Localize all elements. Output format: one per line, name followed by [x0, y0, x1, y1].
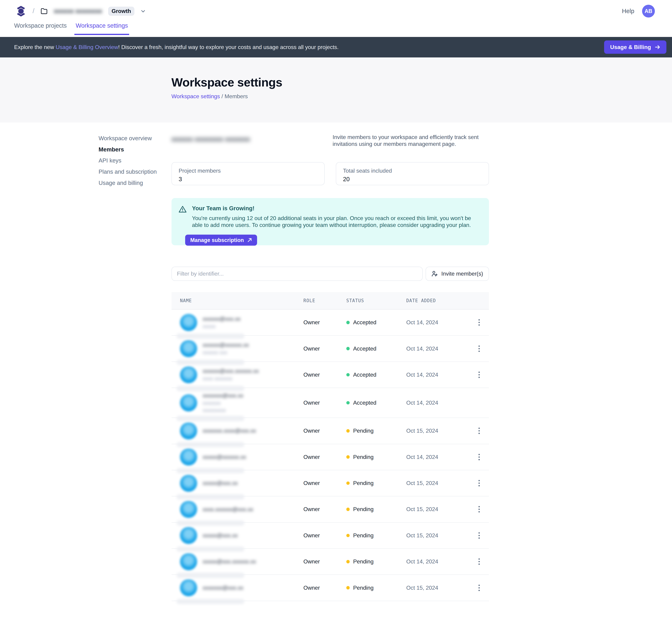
sidebar-item-usage-and-billing[interactable]: Usage and billing: [98, 180, 171, 186]
kebab-menu-icon[interactable]: [475, 425, 483, 437]
member-role: Owner: [304, 585, 346, 591]
status-label: Pending: [353, 532, 374, 539]
kebab-menu-icon[interactable]: [475, 582, 483, 593]
banner-prefix: Explore the new: [14, 44, 56, 50]
member-email-blurred: xxxxxxx@xxx.xx: [203, 585, 243, 591]
member-avatar: [180, 314, 197, 331]
member-role: Owner: [304, 558, 346, 565]
kebab-menu-icon[interactable]: [475, 369, 483, 380]
alert-title: Your Team is Growing!: [192, 205, 255, 212]
usage-billing-button[interactable]: Usage & Billing: [604, 41, 666, 54]
table-row: xxxxx@xxx.xxxxxx.xxOwnerPendingOct 14, 2…: [171, 549, 489, 575]
member-status: Accepted: [346, 372, 406, 378]
manage-subscription-label: Manage subscription: [190, 237, 244, 243]
tab-workspace-projects[interactable]: Workspace projects: [14, 22, 67, 35]
member-name-cell: xxxxx@xxx.xxxxxx.xx: [171, 549, 304, 575]
table-row: xxxx.xxxxxx@xxx.xxOwnerPendingOct 15, 20…: [171, 496, 489, 522]
kebab-menu-icon[interactable]: [475, 477, 483, 489]
kebab-menu-icon[interactable]: [475, 451, 483, 463]
member-date-added: Oct 15, 2024: [406, 532, 475, 539]
member-avatar: [180, 501, 197, 518]
brand-logo-icon[interactable]: [16, 6, 27, 17]
kebab-menu-icon[interactable]: [475, 317, 483, 328]
member-role: Owner: [304, 400, 346, 406]
member-avatar: [180, 553, 197, 570]
member-subname-blurred: xxxx xxxxxxx: [203, 376, 259, 381]
sidebar-item-plans-and-subscription[interactable]: Plans and subscription: [98, 169, 171, 174]
banner-link[interactable]: Usage & Billing Overview: [56, 44, 118, 50]
status-dot: [346, 347, 350, 350]
column-header-status: STATUS: [346, 298, 406, 303]
members-heading-blurred: xxxxxx xxxxxxxx xxxxxxx: [171, 136, 250, 143]
team-growing-alert: Your Team is Growing! You're currently u…: [171, 198, 489, 245]
table-row: xxxxxx@xxx.xxxxxxxOwnerAcceptedOct 14, 2…: [171, 309, 489, 336]
breadcrumb-current: Members: [224, 93, 248, 99]
members-table: NAME ROLE STATUS DATE ADDED xxxxxx@xxx.x…: [171, 292, 489, 601]
usage-billing-banner: Explore the new Usage & Billing Overview…: [0, 37, 672, 57]
member-email-blurred: xxxxx@xxx.xx: [203, 532, 238, 539]
member-name-cell: xxxxxx@xxxxxx.xxxxxxxx xxx: [171, 336, 304, 361]
member-status: Pending: [346, 454, 406, 460]
kebab-menu-icon[interactable]: [475, 343, 483, 354]
sidebar-item-workspace-overview[interactable]: Workspace overview: [98, 136, 171, 141]
table-row: xxxxxxx@xxx.xxxxxxxxxxxxxxxxxxOwnerAccep…: [171, 388, 489, 418]
members-toolbar: Invite member(s): [171, 267, 489, 281]
kebab-menu-icon[interactable]: [475, 504, 483, 515]
page-breadcrumb: Workspace settings / Members: [171, 93, 672, 100]
warning-icon: [178, 205, 187, 214]
member-avatar: [180, 579, 197, 596]
member-role: Owner: [304, 532, 346, 539]
status-dot: [346, 482, 350, 485]
kebab-menu-icon[interactable]: [475, 556, 483, 567]
member-subname-blurred: xxxxxxx: [203, 400, 243, 406]
banner-text: Explore the new Usage & Billing Overview…: [14, 44, 339, 50]
member-name-cell: xxxxx@xxxxxx.xx: [171, 444, 304, 470]
member-actions-cell: [475, 343, 489, 354]
member-avatar: [180, 448, 197, 466]
member-actions-cell: [475, 317, 489, 328]
tab-workspace-settings[interactable]: Workspace settings: [74, 22, 129, 35]
settings-sidebar: Workspace overviewMembersAPI keysPlans a…: [98, 134, 171, 601]
status-dot: [346, 534, 350, 537]
status-label: Accepted: [353, 346, 377, 352]
table-row: xxxxxxx@xxx.xxOwnerPendingOct 15, 2024: [171, 575, 489, 601]
member-role: Owner: [304, 319, 346, 326]
member-status: Accepted: [346, 346, 406, 352]
invite-members-button[interactable]: Invite member(s): [426, 267, 489, 281]
member-date-added: Oct 14, 2024: [406, 454, 475, 460]
member-actions-cell: [475, 582, 489, 593]
status-label: Accepted: [353, 372, 377, 378]
member-status: Pending: [346, 532, 406, 539]
kebab-menu-icon[interactable]: [475, 530, 483, 541]
sidebar-item-api-keys[interactable]: API keys: [98, 158, 171, 163]
column-header-date-added: DATE ADDED: [406, 298, 475, 303]
member-role: Owner: [304, 506, 346, 512]
member-email-blurred: xxxxx@xxx.xx: [203, 480, 238, 486]
help-link[interactable]: Help: [622, 8, 634, 15]
status-label: Accepted: [353, 400, 377, 406]
status-dot: [346, 508, 350, 511]
filter-input[interactable]: [171, 267, 423, 281]
member-name-cell: xxxxxxx@xxx.xxxxxxxxxxxxxxxxxx: [171, 388, 304, 418]
status-label: Pending: [353, 480, 374, 486]
chevron-down-icon[interactable]: [141, 8, 146, 14]
manage-subscription-button[interactable]: Manage subscription: [185, 235, 257, 246]
stat-card: Project members3: [171, 162, 325, 185]
workspace-name-blurred[interactable]: xxxxxx xxxxxxxx: [54, 8, 102, 15]
person-plus-icon: [431, 271, 438, 277]
member-email-blurred: xxxxxxx.xxxx@xxx.xx: [203, 427, 256, 434]
banner-suffix: ! Discover a fresh, insightful way to ex…: [118, 44, 339, 50]
breadcrumb-settings-link[interactable]: Workspace settings: [171, 93, 220, 99]
navbar-right: Help AB: [622, 5, 655, 18]
members-description: Invite members to your workspace and eff…: [333, 134, 489, 147]
member-avatar: [180, 422, 197, 440]
member-avatar: [180, 394, 197, 412]
status-dot: [346, 560, 350, 563]
status-dot: [346, 429, 350, 433]
user-avatar[interactable]: AB: [642, 5, 655, 18]
member-status: Pending: [346, 480, 406, 486]
member-name-cell: xxxxx@xxx.xx: [171, 470, 304, 496]
member-role: Owner: [304, 427, 346, 434]
status-label: Pending: [353, 427, 374, 434]
sidebar-item-members[interactable]: Members: [98, 147, 171, 152]
